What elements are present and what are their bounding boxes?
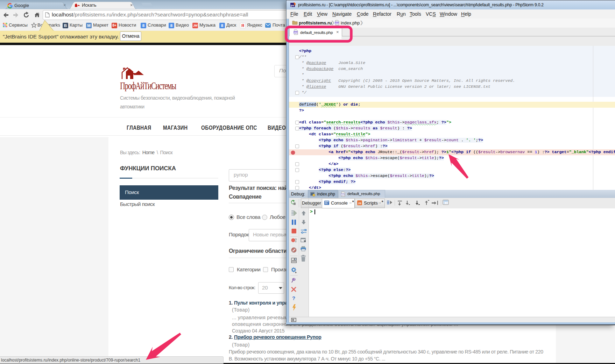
svg-text:JS: JS	[358, 202, 361, 205]
svg-text:php: php	[335, 22, 339, 24]
svg-text:ps: ps	[291, 4, 294, 7]
svg-text:?: ?	[292, 295, 295, 301]
svg-text:php: php	[341, 193, 344, 195]
svg-text:php: php	[294, 31, 298, 34]
